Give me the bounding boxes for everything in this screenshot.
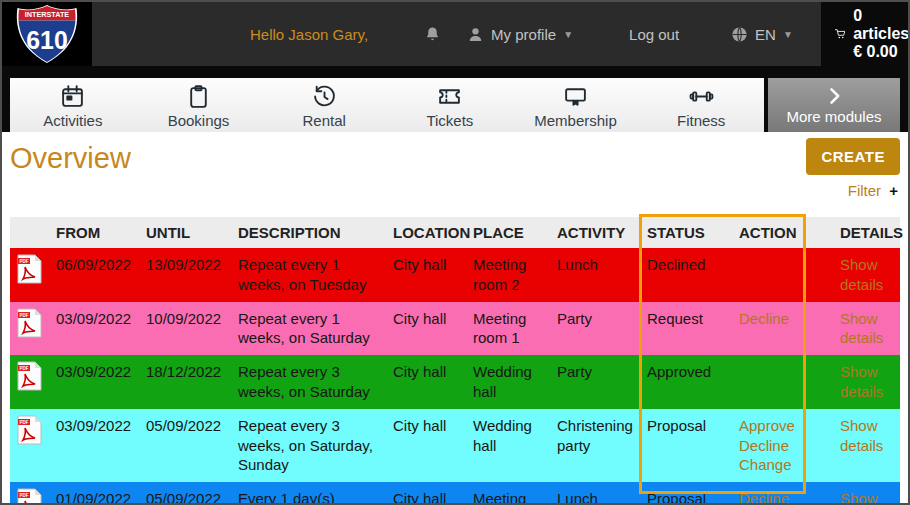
pdf-icon[interactable]: PDF: [17, 308, 42, 338]
pdf-icon[interactable]: PDF: [17, 254, 42, 284]
cart-summary: 0 articles / € 0.00: [853, 7, 910, 61]
cell-description: Every 1 day(s): [232, 482, 387, 505]
cell-activity: Christening party: [551, 409, 641, 482]
cell-from: 03/09/2022: [50, 302, 140, 356]
cell-status: Declined: [641, 248, 733, 302]
filter-label: Filter: [848, 182, 881, 199]
action-link[interactable]: Approve: [739, 416, 800, 436]
svg-text:PDF: PDF: [20, 420, 29, 425]
cell-place: Wedding hall: [467, 409, 551, 482]
chevron-right-icon: [824, 86, 844, 106]
action-link[interactable]: Decline: [739, 436, 800, 456]
cell-place: Wedding hall: [467, 355, 551, 409]
column-header-icon: [10, 217, 50, 248]
module-tickets[interactable]: Tickets: [387, 78, 513, 132]
plus-icon: +: [889, 182, 898, 199]
my-profile-menu[interactable]: My profile ▼: [467, 26, 573, 43]
cell-description: Repeat every 3 weeks, on Saturday: [232, 355, 387, 409]
interstate-shield-icon: INTERSTATE 610: [14, 5, 80, 63]
log-out-button[interactable]: Log out: [629, 26, 679, 43]
column-header-details: DETAILS: [806, 217, 900, 248]
cart-icon: [835, 25, 845, 43]
module-label: Rental: [303, 112, 346, 129]
more-modules-button[interactable]: More modules: [768, 78, 900, 132]
language-selector[interactable]: EN ▼: [731, 26, 793, 43]
module-label: Activities: [43, 112, 102, 129]
show-details-link[interactable]: Show details: [840, 362, 894, 402]
ticket-icon: [437, 84, 462, 109]
column-header-place: PLACE: [467, 217, 551, 248]
action-link[interactable]: Decline: [739, 489, 800, 505]
column-header-from: FROM: [50, 217, 140, 248]
table-row: PDF 01/09/2022 05/09/2022 Every 1 day(s)…: [10, 482, 900, 505]
cell-description: Repeat every 1 weeks, on Tuesday: [232, 248, 387, 302]
my-profile-label: My profile: [491, 26, 556, 43]
cell-place: Meeting room 1: [467, 302, 551, 356]
cell-status: Request: [641, 302, 733, 356]
action-link[interactable]: Change: [739, 455, 800, 475]
app-window: INTERSTATE 610 Hello Jason Gary, My prof…: [0, 0, 910, 505]
cell-until: 05/09/2022: [140, 482, 232, 505]
bell-icon: [424, 26, 441, 43]
person-icon: [467, 26, 484, 43]
cell-until: 13/09/2022: [140, 248, 232, 302]
modules-bar: Activities Bookings Rental Tickets: [2, 66, 908, 132]
clipboard-icon: [186, 84, 211, 109]
cell-from: 06/09/2022: [50, 248, 140, 302]
cell-from: 01/09/2022: [50, 482, 140, 505]
table-row: PDF 03/09/2022 05/09/2022 Repeat every 3…: [10, 409, 900, 482]
cell-action: Decline: [733, 302, 806, 356]
cell-action: ApproveDeclineChange: [733, 409, 806, 482]
module-activities[interactable]: Activities: [10, 78, 136, 132]
cell-action: [733, 355, 806, 409]
page-title: Overview: [10, 140, 908, 176]
language-label: EN: [755, 26, 776, 43]
bookings-table: FROM UNTIL DESCRIPTION LOCATION PLACE AC…: [10, 217, 900, 505]
greeting-text: Hello Jason Gary,: [250, 26, 368, 43]
history-clock-icon: [312, 84, 337, 109]
svg-text:PDF: PDF: [20, 259, 29, 264]
show-details-link[interactable]: Show details: [840, 309, 894, 349]
show-details-link[interactable]: Show details: [840, 255, 894, 295]
module-label: Fitness: [677, 112, 725, 129]
filter-toggle[interactable]: Filter +: [2, 182, 898, 202]
module-membership[interactable]: Membership: [513, 78, 639, 132]
show-details-link[interactable]: Show details: [840, 416, 894, 456]
column-header-until: UNTIL: [140, 217, 232, 248]
action-link[interactable]: Decline: [739, 309, 800, 329]
module-label: Tickets: [426, 112, 473, 129]
pdf-icon[interactable]: PDF: [17, 488, 42, 505]
notifications-button[interactable]: [424, 26, 441, 43]
cell-status: Proposal Accepted: [641, 482, 733, 505]
module-label: Membership: [534, 112, 617, 129]
svg-text:PDF: PDF: [20, 493, 29, 498]
pdf-icon[interactable]: PDF: [17, 415, 42, 445]
svg-text:PDF: PDF: [20, 366, 29, 371]
cell-activity: Lunch: [551, 482, 641, 505]
pdf-icon[interactable]: PDF: [17, 361, 42, 391]
cell-from: 03/09/2022: [50, 355, 140, 409]
cell-until: 05/09/2022: [140, 409, 232, 482]
column-header-status: STATUS: [641, 217, 733, 248]
cell-location: City hall: [387, 355, 467, 409]
show-details-link[interactable]: Show details: [840, 489, 894, 505]
dumbbell-icon: [689, 84, 714, 109]
table-row: PDF 06/09/2022 13/09/2022 Repeat every 1…: [10, 248, 900, 302]
module-fitness[interactable]: Fitness: [638, 78, 764, 132]
log-out-label: Log out: [629, 26, 679, 43]
cell-until: 18/12/2022: [140, 355, 232, 409]
interstate-610-logo[interactable]: INTERSTATE 610: [2, 2, 92, 66]
create-button[interactable]: CREATE: [806, 138, 900, 175]
cell-activity: Lunch: [551, 248, 641, 302]
svg-text:610: 610: [26, 27, 67, 54]
cell-activity: Party: [551, 355, 641, 409]
chevron-down-icon: ▼: [563, 29, 573, 40]
cell-action: [733, 248, 806, 302]
cell-status: Approved: [641, 355, 733, 409]
cart-button[interactable]: 0 articles / € 0.00: [821, 2, 910, 66]
module-bookings[interactable]: Bookings: [136, 78, 262, 132]
chevron-down-icon: ▼: [783, 29, 793, 40]
column-header-action: ACTION: [733, 217, 806, 248]
cell-status: Proposal: [641, 409, 733, 482]
module-rental[interactable]: Rental: [261, 78, 387, 132]
